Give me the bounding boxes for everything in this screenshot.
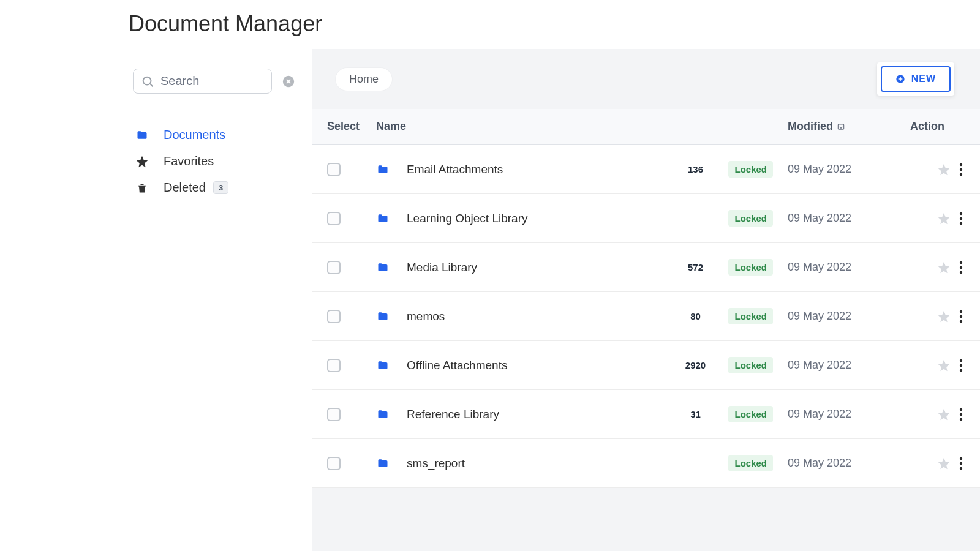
row-menu-icon[interactable] (959, 212, 963, 225)
svg-point-8 (960, 212, 962, 214)
svg-point-16 (960, 320, 962, 322)
svg-point-23 (960, 457, 962, 459)
table-header-row: Select Name Modified Action (312, 109, 980, 145)
header-name[interactable]: Name (376, 120, 788, 133)
cell-action (898, 359, 965, 372)
cell-name[interactable]: Email Attachments136Locked (376, 161, 788, 178)
clear-search-icon[interactable] (282, 75, 295, 88)
cell-action (898, 408, 965, 421)
folder-icon (376, 212, 390, 225)
cell-modified: 09 May 2022 (788, 408, 898, 421)
svg-point-0 (143, 77, 151, 84)
folder-name: memos (407, 310, 445, 323)
row-menu-icon[interactable] (959, 310, 963, 323)
table-row: Learning Object Library0Locked09 May 202… (312, 194, 980, 243)
row-menu-icon[interactable] (959, 408, 963, 421)
cell-action (898, 457, 965, 470)
folder-name: Offline Attachments (407, 359, 507, 372)
cell-name[interactable]: sms_report0Locked (376, 455, 788, 471)
row-checkbox[interactable] (327, 310, 341, 323)
favorite-star-icon[interactable] (937, 408, 951, 421)
cell-select (327, 408, 376, 421)
svg-point-25 (960, 467, 962, 469)
header-modified-label: Modified (788, 120, 833, 133)
row-checkbox[interactable] (327, 457, 341, 470)
favorite-star-icon[interactable] (937, 310, 951, 323)
svg-point-13 (960, 271, 962, 273)
sidebar-item-deleted[interactable]: Deleted3 (133, 174, 295, 201)
row-menu-icon[interactable] (959, 359, 963, 372)
cell-action (898, 261, 965, 274)
table-row: memos80Locked09 May 2022 (312, 292, 980, 341)
sidebar-item-documents[interactable]: Documents (133, 122, 295, 148)
new-button-label: NEW (911, 73, 936, 84)
svg-point-15 (960, 315, 962, 317)
table-row: Reference Library31Locked09 May 2022 (312, 390, 980, 439)
search-box[interactable] (133, 69, 272, 94)
cell-modified: 09 May 2022 (788, 457, 898, 470)
cell-select (327, 163, 376, 176)
favorite-star-icon[interactable] (937, 212, 951, 225)
item-count: 572 (680, 262, 710, 272)
cell-name[interactable]: Reference Library31Locked (376, 406, 788, 422)
sidebar-item-label: Documents (164, 128, 225, 142)
cell-name[interactable]: Media Library572Locked (376, 259, 788, 276)
svg-point-14 (960, 310, 962, 312)
table-body: Email Attachments136Locked09 May 2022Lea… (312, 145, 980, 488)
header-action: Action (898, 120, 965, 133)
new-button-container: NEW (877, 62, 954, 96)
sidebar-item-favorites[interactable]: Favorites (133, 148, 295, 174)
status-badge: Locked (728, 406, 773, 422)
row-checkbox[interactable] (327, 261, 341, 274)
svg-point-20 (960, 408, 962, 410)
table-row: Email Attachments136Locked09 May 2022 (312, 145, 980, 194)
folder-icon (135, 129, 149, 142)
folder-icon (376, 261, 390, 274)
folder-icon (376, 408, 390, 421)
row-menu-icon[interactable] (959, 261, 963, 274)
row-checkbox[interactable] (327, 212, 341, 225)
search-row (133, 69, 295, 94)
svg-point-18 (960, 364, 962, 366)
folder-icon (376, 163, 390, 176)
row-menu-icon[interactable] (959, 163, 963, 176)
favorite-star-icon[interactable] (937, 261, 951, 274)
table-row: Offline Attachments2920Locked09 May 2022 (312, 341, 980, 390)
chevron-down-icon (837, 122, 845, 131)
item-count: 31 (680, 409, 710, 419)
sidebar-item-label: Deleted (164, 181, 206, 195)
plus-circle-icon (895, 74, 905, 84)
cell-modified: 09 May 2022 (788, 310, 898, 323)
cell-select (327, 261, 376, 274)
status-badge: Locked (728, 455, 773, 471)
item-count: 2920 (680, 360, 710, 370)
status-badge: Locked (728, 210, 773, 227)
trash-icon (135, 181, 149, 195)
svg-line-1 (150, 84, 153, 86)
row-checkbox[interactable] (327, 408, 341, 421)
main-panel: Home NEW Select Name Modified (312, 49, 980, 551)
search-input[interactable] (160, 74, 264, 88)
status-badge: Locked (728, 357, 773, 373)
favorite-star-icon[interactable] (937, 359, 951, 372)
svg-point-10 (960, 222, 962, 224)
svg-point-24 (960, 462, 962, 464)
cell-name[interactable]: memos80Locked (376, 308, 788, 324)
breadcrumb[interactable]: Home (336, 68, 392, 91)
cell-action (898, 212, 965, 225)
row-menu-icon[interactable] (959, 457, 963, 470)
row-checkbox[interactable] (327, 359, 341, 372)
table-row: sms_report0Locked09 May 2022 (312, 439, 980, 488)
svg-point-5 (960, 163, 962, 165)
favorite-star-icon[interactable] (937, 163, 951, 176)
svg-point-21 (960, 413, 962, 415)
new-button[interactable]: NEW (881, 66, 951, 92)
favorite-star-icon[interactable] (937, 457, 951, 470)
cell-modified: 09 May 2022 (788, 261, 898, 274)
cell-name[interactable]: Learning Object Library0Locked (376, 210, 788, 227)
header-modified[interactable]: Modified (788, 120, 898, 133)
cell-name[interactable]: Offline Attachments2920Locked (376, 357, 788, 373)
row-checkbox[interactable] (327, 163, 341, 176)
cell-action (898, 163, 965, 176)
documents-table: Select Name Modified Action Email Attach… (312, 109, 980, 488)
